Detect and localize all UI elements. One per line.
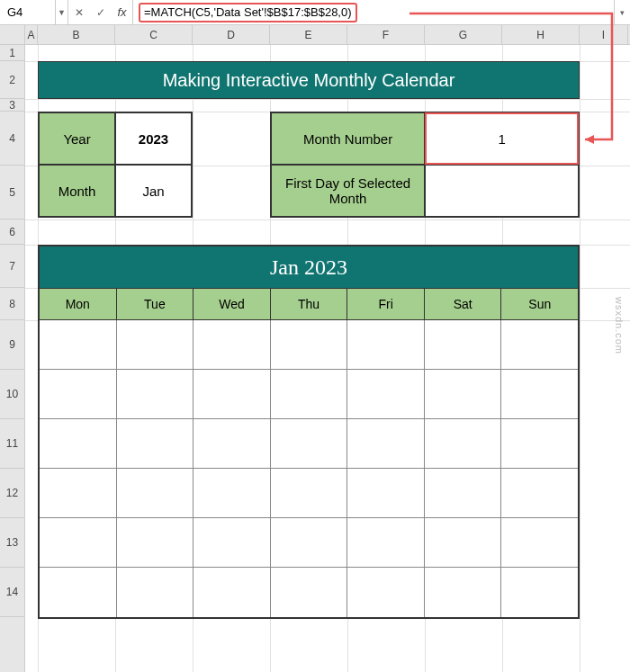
calendar-cell[interactable] (40, 568, 117, 617)
calendar-cell[interactable] (117, 568, 194, 617)
row-header-11[interactable]: 11 (0, 419, 24, 469)
calendar-cell[interactable] (40, 320, 117, 370)
year-label-cell[interactable]: Year (39, 112, 115, 165)
day-header-wed[interactable]: Wed (194, 288, 271, 320)
calendar-cell[interactable] (194, 320, 271, 370)
row-header-7[interactable]: 7 (0, 245, 24, 288)
row-header-1[interactable]: 1 (0, 45, 24, 61)
calendar-cell[interactable] (501, 518, 578, 568)
row-header-8[interactable]: 8 (0, 288, 24, 320)
calendar-cell[interactable] (40, 518, 117, 568)
calendar-cell[interactable] (194, 370, 271, 419)
grid-area: 1 2 3 4 5 6 7 8 9 10 11 12 13 14 (0, 45, 630, 672)
col-header-B[interactable]: B (38, 25, 115, 44)
calendar-cell[interactable] (347, 518, 425, 568)
calendar-cell[interactable] (117, 469, 194, 518)
col-header-G[interactable]: G (425, 25, 502, 44)
row-header-14[interactable]: 14 (0, 568, 24, 617)
col-header-A[interactable]: A (25, 25, 38, 44)
calendar-cell[interactable] (347, 469, 425, 518)
select-all-corner[interactable] (0, 25, 25, 44)
fx-icon[interactable]: fx (112, 0, 133, 24)
calendar-cell[interactable] (40, 469, 117, 518)
calendar-cell[interactable] (117, 518, 194, 568)
cancel-icon[interactable]: ✕ (68, 0, 90, 24)
day-header-thu[interactable]: Thu (271, 288, 348, 320)
calendar-cell[interactable] (271, 469, 348, 518)
formula-expand-icon[interactable]: ▾ (614, 0, 630, 24)
table-row: First Day of Selected Month (271, 165, 579, 217)
calendar-cell[interactable] (117, 419, 194, 469)
calendar-cell[interactable] (501, 568, 578, 617)
calendar-cell[interactable] (271, 568, 348, 617)
col-header-H[interactable]: H (502, 25, 580, 44)
month-number-label[interactable]: Month Number (271, 112, 425, 165)
calendar-cell[interactable] (501, 469, 578, 518)
col-header-I[interactable]: I (580, 25, 628, 44)
calendar-cell[interactable] (347, 568, 425, 617)
calendar-cell[interactable] (347, 320, 425, 370)
col-header-C[interactable]: C (115, 25, 193, 44)
calendar-row (40, 469, 578, 518)
month-label-cell[interactable]: Month (39, 165, 115, 217)
calendar-cell[interactable] (347, 419, 425, 469)
calendar-cell[interactable] (40, 370, 117, 419)
calendar-cell[interactable] (271, 518, 348, 568)
row-header-5[interactable]: 5 (0, 166, 24, 220)
calendar-cell[interactable] (501, 320, 578, 370)
calendar-cell[interactable] (425, 568, 502, 617)
year-value-cell[interactable]: 2023 (115, 112, 192, 165)
calendar-row (40, 419, 578, 469)
calendar-cell[interactable] (347, 370, 425, 419)
calendar-cell[interactable] (194, 568, 271, 617)
row-header-3[interactable]: 3 (0, 99, 24, 112)
col-header-F[interactable]: F (347, 25, 425, 44)
day-header-sun[interactable]: Sun (501, 288, 578, 320)
calendar-cell[interactable] (117, 320, 194, 370)
calendar-cell[interactable] (271, 419, 348, 469)
calendar-cell[interactable] (194, 469, 271, 518)
calendar-cell[interactable] (271, 370, 348, 419)
calendar-cell[interactable] (194, 419, 271, 469)
first-day-label[interactable]: First Day of Selected Month (271, 165, 425, 217)
row-header-9[interactable]: 9 (0, 320, 24, 370)
first-day-value[interactable] (425, 165, 579, 217)
calendar-title[interactable]: Jan 2023 (40, 246, 578, 288)
calendar-row (40, 518, 578, 568)
formula-input[interactable]: =MATCH(C5,'Data Set'!$B$17:$B$28,0) (133, 0, 614, 24)
day-header-fri[interactable]: Fri (347, 288, 425, 320)
calendar-body (40, 320, 578, 617)
row-header-2[interactable]: 2 (0, 61, 24, 99)
calendar-cell[interactable] (501, 419, 578, 469)
table-row: Year 2023 (39, 112, 192, 165)
month-number-value[interactable]: 1 (425, 112, 579, 165)
calendar-cell[interactable] (425, 370, 502, 419)
calendar-cell[interactable] (425, 518, 502, 568)
day-header-mon[interactable]: Mon (40, 288, 117, 320)
row-header-13[interactable]: 13 (0, 518, 24, 568)
calendar-row (40, 320, 578, 370)
row-header-4[interactable]: 4 (0, 112, 24, 166)
day-header-sat[interactable]: Sat (425, 288, 502, 320)
formula-bar: G4 ▼ ✕ ✓ fx =MATCH(C5,'Data Set'!$B$17:$… (0, 0, 630, 25)
row-header-6[interactable]: 6 (0, 220, 24, 245)
calendar-cell[interactable] (425, 469, 502, 518)
calendar-cell[interactable] (501, 370, 578, 419)
col-header-D[interactable]: D (193, 25, 270, 44)
month-value-cell[interactable]: Jan (115, 165, 192, 217)
calendar-cell[interactable] (425, 419, 502, 469)
name-box-dropdown-icon[interactable]: ▼ (56, 0, 68, 24)
calendar-cell[interactable] (117, 370, 194, 419)
name-box[interactable]: G4 (0, 0, 56, 24)
calendar-cell[interactable] (271, 320, 348, 370)
calendar-cell[interactable] (194, 518, 271, 568)
row-header-10[interactable]: 10 (0, 370, 24, 419)
enter-icon[interactable]: ✓ (90, 0, 112, 24)
calendar-cell[interactable] (40, 419, 117, 469)
calendar-row (40, 370, 578, 419)
calendar-cell[interactable] (425, 320, 502, 370)
day-header-tue[interactable]: Tue (117, 288, 194, 320)
row-header-12[interactable]: 12 (0, 469, 24, 518)
sheet-content[interactable]: Making Interactive Monthly Calendar Year… (25, 45, 630, 672)
col-header-E[interactable]: E (270, 25, 347, 44)
